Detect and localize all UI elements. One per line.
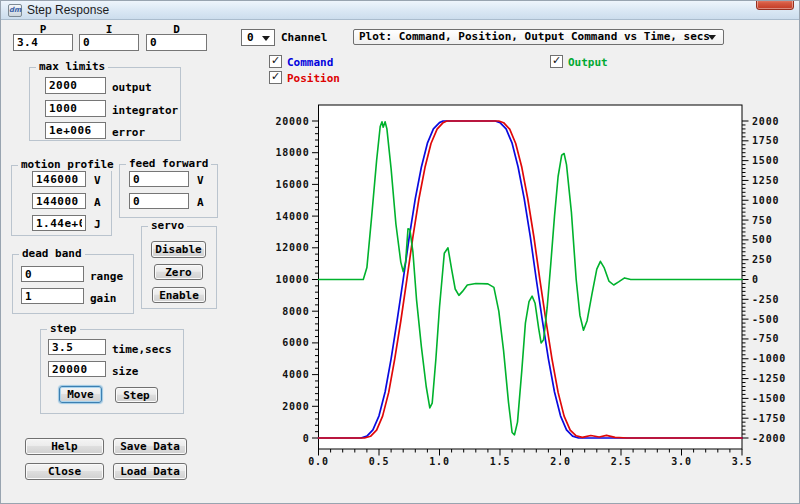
right-axis-tick-label: 0 xyxy=(752,274,759,285)
deadband-gain-input[interactable] xyxy=(21,288,84,304)
step-time-label: time,secs xyxy=(112,343,172,356)
group-dead-band: dead band range gain xyxy=(12,254,134,314)
right-axis-tick-label: -1750 xyxy=(752,413,786,424)
group-motion-profile-title: motion profile xyxy=(18,158,117,171)
left-axis-tick-label: 4000 xyxy=(282,369,309,380)
right-axis-tick-label: -1250 xyxy=(752,373,786,384)
group-servo-title: servo xyxy=(148,219,187,232)
right-axis-tick-label: 500 xyxy=(752,234,772,245)
x-axis-tick-label: 3.5 xyxy=(732,456,752,467)
x-axis-tick-label: 1.0 xyxy=(429,456,449,467)
right-axis-tick-label: 2000 xyxy=(752,116,779,127)
right-axis-tick-label: -250 xyxy=(752,294,779,305)
servo-zero-button[interactable]: Zero xyxy=(154,264,203,280)
channel-select[interactable]: 0 xyxy=(241,29,275,46)
profile-velocity-input[interactable] xyxy=(32,171,86,187)
output-checkbox[interactable]: ✓ xyxy=(550,55,563,68)
plot-type-select-value: Plot: Command, Position, Output Command … xyxy=(359,30,710,43)
profile-accel-label: A xyxy=(94,196,101,209)
chevron-down-icon xyxy=(262,36,270,41)
max-output-input[interactable] xyxy=(45,77,106,94)
command-checkbox[interactable]: ✓ xyxy=(269,55,282,68)
x-axis-tick-label: 1.5 xyxy=(490,456,510,467)
ff-accel-input[interactable] xyxy=(129,193,189,209)
i-input[interactable] xyxy=(79,34,139,51)
servo-enable-button[interactable]: Enable xyxy=(152,287,206,303)
step-time-input[interactable] xyxy=(48,339,106,355)
profile-jerk-input[interactable] xyxy=(32,215,86,231)
x-axis-tick-label: 0.0 xyxy=(308,456,328,467)
left-axis-tick-label: 18000 xyxy=(275,147,309,158)
right-axis-tick-label: 1000 xyxy=(752,195,779,206)
group-feed-forward-title: feed forward xyxy=(126,157,211,170)
x-axis-tick-label: 2.5 xyxy=(611,456,631,467)
load-data-button[interactable]: Load Data xyxy=(113,463,187,480)
deadband-range-input[interactable] xyxy=(21,266,84,282)
ff-accel-label: A xyxy=(197,196,204,209)
help-button[interactable]: Help xyxy=(25,438,104,455)
position-checkbox[interactable]: ✓ xyxy=(269,71,282,84)
group-step-title: step xyxy=(47,322,80,335)
ff-velocity-label: V xyxy=(197,174,204,187)
x-axis-tick-label: 2.0 xyxy=(550,456,570,467)
group-dead-band-title: dead band xyxy=(19,247,85,260)
close-button[interactable]: Close xyxy=(25,463,104,480)
ff-velocity-input[interactable] xyxy=(129,171,189,187)
save-data-button[interactable]: Save Data xyxy=(113,438,187,455)
right-axis-tick-label: 750 xyxy=(752,215,772,226)
group-max-limits: max limits output integrator error xyxy=(29,67,181,141)
output-checkbox-label: Output xyxy=(568,56,608,69)
p-input[interactable] xyxy=(13,34,73,51)
left-axis-tick-label: 14000 xyxy=(275,211,309,222)
right-axis-tick-label: 1750 xyxy=(752,135,779,146)
step-size-label: size xyxy=(112,365,139,378)
right-axis-tick-label: -500 xyxy=(752,314,779,325)
step-response-window: dm Step Response 0.00.51.01.52.02.53.03.… xyxy=(0,0,800,504)
channel-label: Channel xyxy=(281,31,327,44)
right-axis-tick-label: -750 xyxy=(752,333,779,344)
left-axis-tick-label: 0 xyxy=(303,433,310,444)
chevron-down-icon xyxy=(708,35,716,40)
right-axis-tick-label: -2000 xyxy=(752,433,786,444)
profile-velocity-label: V xyxy=(94,174,101,187)
plot-type-select[interactable]: Plot: Command, Position, Output Command … xyxy=(353,29,724,45)
left-axis-tick-label: 20000 xyxy=(275,116,309,127)
profile-jerk-label: J xyxy=(94,218,101,231)
left-axis-tick-label: 10000 xyxy=(275,274,309,285)
x-axis-tick-label: 3.0 xyxy=(671,456,691,467)
max-integrator-label: integrator xyxy=(112,104,178,117)
max-integrator-input[interactable] xyxy=(45,100,106,117)
group-motion-profile: motion profile V A J xyxy=(11,165,112,236)
right-axis-tick-label: -1000 xyxy=(752,353,786,364)
group-step: step time,secs size Move Step xyxy=(40,329,184,414)
move-button[interactable]: Move xyxy=(59,386,102,403)
group-feed-forward: feed forward V A xyxy=(119,164,218,218)
position-checkbox-label: Position xyxy=(287,72,340,85)
group-servo: servo Disable Zero Enable xyxy=(141,226,217,309)
group-max-limits-title: max limits xyxy=(36,60,108,73)
left-axis-tick-label: 8000 xyxy=(282,306,309,317)
left-axis-tick-label: 6000 xyxy=(282,337,309,348)
x-axis-tick-label: 0.5 xyxy=(369,456,389,467)
step-button[interactable]: Step xyxy=(115,387,158,403)
right-axis-tick-label: 1500 xyxy=(752,155,779,166)
step-size-input[interactable] xyxy=(48,361,106,377)
max-output-label: output xyxy=(112,81,152,94)
right-axis-tick-label: -1500 xyxy=(752,393,786,404)
left-axis-tick-label: 12000 xyxy=(275,242,309,253)
left-axis-tick-label: 16000 xyxy=(275,179,309,190)
command-checkbox-label: Command xyxy=(287,56,333,69)
max-error-input[interactable] xyxy=(45,122,106,139)
right-axis-tick-label: 250 xyxy=(752,254,772,265)
servo-disable-button[interactable]: Disable xyxy=(151,241,206,258)
deadband-range-label: range xyxy=(90,270,123,283)
plot-area xyxy=(319,105,743,449)
profile-accel-input[interactable] xyxy=(32,193,86,209)
channel-select-value: 0 xyxy=(247,31,254,44)
d-input[interactable] xyxy=(146,34,207,51)
right-axis-tick-label: 1250 xyxy=(752,175,779,186)
max-error-label: error xyxy=(112,126,145,139)
deadband-gain-label: gain xyxy=(90,292,117,305)
left-axis-tick-label: 2000 xyxy=(282,401,309,412)
